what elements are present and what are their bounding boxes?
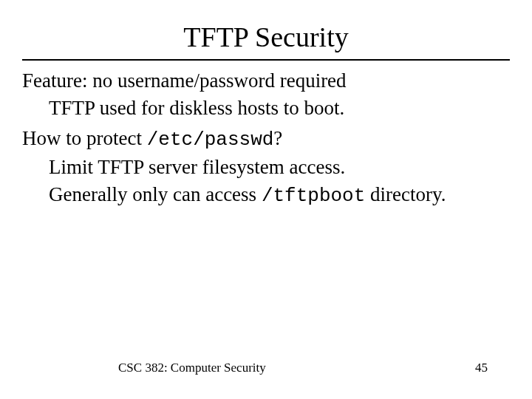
access-line: Generally only can access /tftpboot dire… <box>49 182 510 209</box>
slide-title: TFTP Security <box>22 21 510 53</box>
slide-body: Feature: no username/password required T… <box>22 68 510 209</box>
access-pre: Generally only can access <box>49 183 262 205</box>
slide: TFTP Security Feature: no username/passw… <box>0 0 532 399</box>
feature-sub-line: TFTP used for diskless hosts to boot. <box>49 95 510 121</box>
protect-post: ? <box>273 127 282 149</box>
footer-course: CSC 382: Computer Security <box>118 361 266 375</box>
protect-pre: How to protect <box>22 127 147 149</box>
access-post: directory. <box>365 183 446 205</box>
protect-code: /etc/passwd <box>147 129 274 151</box>
protect-line: How to protect /etc/passwd? <box>22 126 510 153</box>
feature-line: Feature: no username/password required <box>22 68 510 94</box>
footer-page: 45 <box>475 361 488 375</box>
slide-footer: CSC 382: Computer Security 45 <box>0 361 532 375</box>
title-divider <box>22 59 510 61</box>
limit-line: Limit TFTP server filesystem access. <box>49 154 510 180</box>
access-code: /tftpboot <box>262 185 365 207</box>
